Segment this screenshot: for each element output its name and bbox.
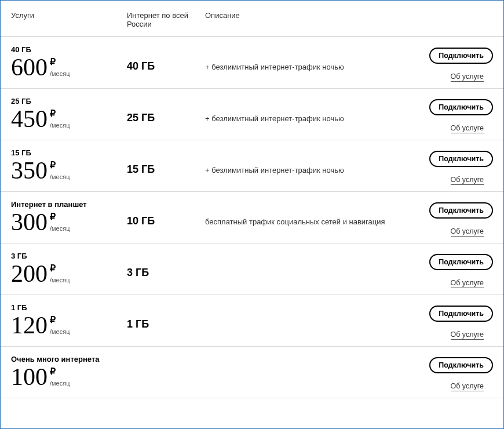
service-cell: 25 ГБ 450 ₽ /месяц bbox=[11, 97, 127, 131]
data-cell: 1 ГБ bbox=[127, 303, 205, 330]
about-link[interactable]: Об услуге bbox=[451, 279, 484, 288]
price-wrap: 120 ₽ /месяц bbox=[11, 313, 127, 337]
connect-button[interactable]: Подключить bbox=[429, 254, 493, 270]
plan-name: Очень много интернета bbox=[11, 355, 127, 363]
price-wrap: 300 ₽ /месяц bbox=[11, 210, 127, 234]
actions-cell: Подключить Об услуге bbox=[412, 148, 493, 184]
desc-cell: + безлимитный интернет-трафик ночью bbox=[205, 45, 412, 71]
about-link[interactable]: Об услуге bbox=[451, 227, 484, 237]
actions-cell: Подключить Об услуге bbox=[412, 45, 493, 81]
desc-cell: + безлимитный интернет-трафик ночью bbox=[205, 148, 412, 174]
about-link[interactable]: Об услуге bbox=[451, 124, 484, 133]
connect-button[interactable]: Подключить bbox=[429, 99, 493, 115]
connect-button[interactable]: Подключить bbox=[429, 357, 493, 373]
table-row: 25 ГБ 450 ₽ /месяц 25 ГБ + безлимитный и… bbox=[1, 89, 503, 140]
header-data: Интернет по всей России bbox=[127, 11, 205, 28]
currency-symbol: ₽ bbox=[50, 212, 70, 221]
desc-cell: + безлимитный интернет-трафик ночью bbox=[205, 97, 412, 123]
desc-cell: бесплатный трафик социальных сетей и нав… bbox=[205, 200, 412, 226]
currency-symbol: ₽ bbox=[50, 57, 70, 67]
actions-cell: Подключить Об услуге bbox=[412, 252, 493, 288]
header-desc: Описание bbox=[205, 11, 412, 28]
data-cell bbox=[127, 355, 205, 370]
connect-button[interactable]: Подключить bbox=[429, 48, 493, 64]
price-meta: ₽ /месяц bbox=[50, 57, 70, 77]
desc-cell bbox=[205, 355, 412, 372]
actions-cell: Подключить Об услуге bbox=[412, 303, 493, 339]
tariff-table: Услуги Интернет по всей России Описание … bbox=[1, 1, 503, 398]
plan-price: 350 bbox=[11, 158, 48, 183]
billing-period: /месяц bbox=[50, 225, 70, 232]
desc-cell bbox=[205, 252, 412, 269]
service-cell: Очень много интернета 100 ₽ /месяц bbox=[11, 355, 127, 389]
about-link[interactable]: Об услуге bbox=[451, 330, 484, 340]
desc-cell bbox=[205, 303, 412, 321]
data-cell: 15 ГБ bbox=[127, 148, 205, 176]
about-link[interactable]: Об услуге bbox=[451, 72, 484, 82]
table-row: Очень много интернета 100 ₽ /месяц Подкл… bbox=[1, 347, 503, 398]
billing-period: /месяц bbox=[50, 122, 70, 129]
table-row: 40 ГБ 600 ₽ /месяц 40 ГБ + безлимитный и… bbox=[1, 37, 503, 89]
billing-period: /месяц bbox=[50, 328, 70, 335]
billing-period: /месяц bbox=[50, 173, 70, 180]
about-link[interactable]: Об услуге bbox=[451, 382, 484, 391]
actions-cell: Подключить Об услуге bbox=[412, 200, 493, 236]
price-wrap: 350 ₽ /месяц bbox=[11, 158, 127, 183]
price-wrap: 100 ₽ /месяц bbox=[11, 365, 127, 389]
billing-period: /месяц bbox=[50, 380, 70, 387]
actions-cell: Подключить Об услуге bbox=[412, 97, 493, 133]
price-wrap: 200 ₽ /месяц bbox=[11, 261, 127, 286]
billing-period: /месяц bbox=[50, 277, 70, 283]
service-cell: 3 ГБ 200 ₽ /месяц bbox=[11, 252, 127, 286]
data-cell: 3 ГБ bbox=[127, 252, 205, 279]
data-cell: 25 ГБ bbox=[127, 97, 205, 124]
currency-symbol: ₽ bbox=[50, 161, 70, 170]
data-cell: 40 ГБ bbox=[127, 45, 205, 72]
table-row: 1 ГБ 120 ₽ /месяц 1 ГБ Подключить Об усл… bbox=[1, 295, 503, 347]
table-row: Интернет в планшет 300 ₽ /месяц 10 ГБ бе… bbox=[1, 192, 503, 243]
service-cell: 15 ГБ 350 ₽ /месяц bbox=[11, 148, 127, 183]
plan-price: 300 bbox=[11, 210, 48, 234]
service-cell: 1 ГБ 120 ₽ /месяц bbox=[11, 303, 127, 337]
currency-symbol: ₽ bbox=[50, 264, 70, 273]
price-meta: ₽ /месяц bbox=[50, 315, 70, 335]
price-meta: ₽ /месяц bbox=[50, 161, 70, 180]
service-cell: 40 ГБ 600 ₽ /месяц bbox=[11, 45, 127, 79]
currency-symbol: ₽ bbox=[50, 109, 70, 118]
billing-period: /месяц bbox=[50, 70, 70, 77]
price-meta: ₽ /месяц bbox=[50, 212, 70, 232]
actions-cell: Подключить Об услуге bbox=[412, 355, 493, 391]
price-meta: ₽ /месяц bbox=[50, 367, 70, 387]
price-meta: ₽ /месяц bbox=[50, 109, 70, 129]
plan-name: 15 ГБ bbox=[11, 148, 127, 157]
currency-symbol: ₽ bbox=[50, 367, 70, 376]
plan-price: 600 bbox=[11, 55, 48, 79]
plan-name: Интернет в планшет bbox=[11, 200, 127, 209]
plan-name: 40 ГБ bbox=[11, 45, 127, 54]
plan-price: 450 bbox=[11, 107, 48, 131]
plan-name: 25 ГБ bbox=[11, 97, 127, 106]
plan-name: 3 ГБ bbox=[11, 252, 127, 260]
currency-symbol: ₽ bbox=[50, 315, 70, 325]
about-link[interactable]: Об услуге bbox=[451, 176, 484, 185]
plan-price: 200 bbox=[11, 261, 48, 286]
connect-button[interactable]: Подключить bbox=[429, 151, 493, 167]
service-cell: Интернет в планшет 300 ₽ /месяц bbox=[11, 200, 127, 234]
price-wrap: 450 ₽ /месяц bbox=[11, 107, 127, 131]
header-service: Услуги bbox=[11, 11, 127, 28]
plan-name: 1 ГБ bbox=[11, 303, 127, 312]
connect-button[interactable]: Подключить bbox=[429, 306, 493, 322]
table-header: Услуги Интернет по всей России Описание bbox=[1, 1, 503, 37]
data-cell: 10 ГБ bbox=[127, 200, 205, 227]
table-row: 15 ГБ 350 ₽ /месяц 15 ГБ + безлимитный и… bbox=[1, 140, 503, 192]
table-row: 3 ГБ 200 ₽ /месяц 3 ГБ Подключить Об усл… bbox=[1, 243, 503, 295]
price-meta: ₽ /месяц bbox=[50, 264, 70, 283]
connect-button[interactable]: Подключить bbox=[429, 202, 493, 219]
plan-price: 100 bbox=[11, 365, 48, 389]
header-actions bbox=[412, 11, 493, 28]
plan-price: 120 bbox=[11, 313, 48, 337]
price-wrap: 600 ₽ /месяц bbox=[11, 55, 127, 79]
